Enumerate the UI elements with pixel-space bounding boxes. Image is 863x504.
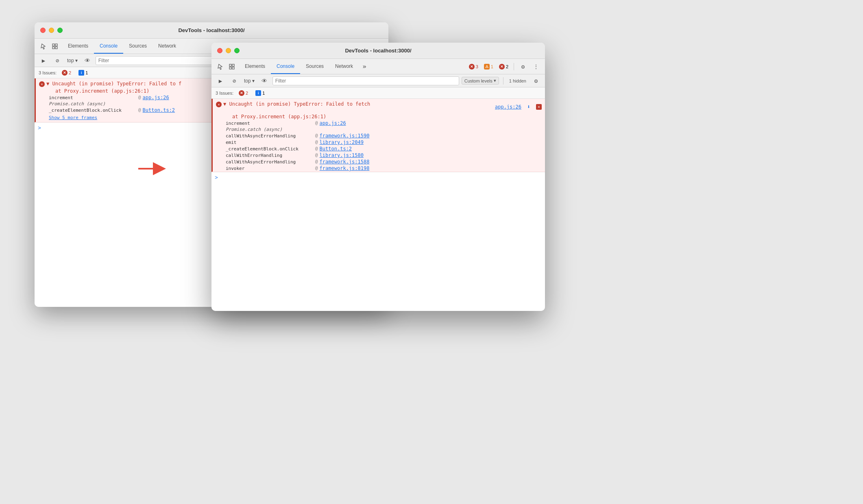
tab-console-front[interactable]: Console <box>271 59 300 74</box>
stack-row-5-front: callWithErrorHandling @ library.js:1580 <box>213 152 545 159</box>
error-badge-back[interactable]: ✕ 2 <box>60 69 73 76</box>
stack-link-2-back[interactable]: Button.ts:2 <box>143 107 175 113</box>
close-button-front[interactable] <box>217 48 222 53</box>
tab-network-back[interactable]: Network <box>153 39 182 54</box>
play-icon-front[interactable]: ▶ <box>215 75 226 87</box>
more-menu-icon-front[interactable]: ⋮ <box>530 61 542 72</box>
console-content-front[interactable]: ✕ ▼ Uncaught (in promise) TypeError: Fai… <box>211 99 545 311</box>
tab-network-front[interactable]: Network <box>329 59 359 74</box>
cursor-icon-front[interactable] <box>215 61 226 72</box>
title-bar-back: DevTools - localhost:3000/ <box>35 22 388 39</box>
tab-sources-front[interactable]: Sources <box>300 59 329 74</box>
error-icon-front: ✕ <box>216 102 222 107</box>
stack-at-7-front: @ <box>315 166 318 171</box>
inspect-icon[interactable] <box>49 41 61 52</box>
eye-icon-back[interactable]: 👁 <box>82 55 93 66</box>
window-title-back: DevTools - localhost:3000/ <box>178 27 244 33</box>
svg-rect-3 <box>55 47 57 49</box>
custom-levels-button[interactable]: Custom levels ▾ <box>462 77 499 85</box>
maximize-button-back[interactable] <box>57 28 63 33</box>
tab-elements-back[interactable]: Elements <box>62 39 94 54</box>
traffic-lights-back <box>40 28 63 33</box>
tab-sources-back[interactable]: Sources <box>123 39 153 54</box>
info-badge-icon-back: i <box>78 70 84 76</box>
console-prompt-front[interactable]: > <box>211 172 545 183</box>
play-icon-back[interactable]: ▶ <box>38 55 49 66</box>
stack-link-6-front[interactable]: framework.js:1588 <box>320 159 370 165</box>
top-selector-back[interactable]: top ▾ <box>65 57 79 64</box>
inspect-icon-front[interactable] <box>226 61 238 72</box>
svg-rect-0 <box>52 44 54 46</box>
info-badge-icon-top: ✕ <box>499 64 505 70</box>
tabs-front: Elements Console Sources Network » <box>239 59 467 74</box>
stack-fn-7-front: invoker <box>226 166 315 171</box>
block-icon-front[interactable]: ⊘ <box>229 75 240 87</box>
stack-at-0-back: @ <box>138 95 141 100</box>
stack-row-6-front: callWithAsyncErrorHandling @ framework.j… <box>213 159 545 165</box>
download-icon[interactable]: ⬇ <box>523 101 534 113</box>
info-badge-back[interactable]: i 1 <box>76 69 90 76</box>
svg-rect-9 <box>232 67 234 69</box>
tab-elements-front[interactable]: Elements <box>239 59 271 74</box>
info-badge-icon-front: i <box>255 90 261 96</box>
minimize-button-back[interactable] <box>49 28 54 33</box>
svg-rect-8 <box>229 67 231 69</box>
stack-link-3-front[interactable]: library.js:2049 <box>320 139 364 145</box>
more-tabs-icon[interactable]: » <box>359 61 370 72</box>
settings-icon-front[interactable]: ⚙ <box>517 61 529 72</box>
stack-at-6-front: @ <box>315 159 318 164</box>
hidden-count: 1 hidden <box>508 78 528 83</box>
stack-at-2-back: @ <box>138 108 141 113</box>
stack-link-2-front[interactable]: framework.js:1590 <box>320 133 370 139</box>
maximize-button-front[interactable] <box>234 48 240 53</box>
error-badge-front[interactable]: ✕ 2 <box>237 89 250 97</box>
dismiss-error-icon[interactable]: ✕ <box>536 104 542 110</box>
stack-at-2-front: @ <box>315 133 318 138</box>
stack-row-0-front: increment @ app.js:26 <box>213 120 545 126</box>
error-block-front: ✕ ▼ Uncaught (in promise) TypeError: Fai… <box>211 99 545 172</box>
warning-badge-icon-top: ⚠ <box>484 64 490 70</box>
svg-rect-6 <box>229 64 231 66</box>
divider-1 <box>514 63 514 70</box>
error-badge-top-front[interactable]: ✕ 3 <box>467 63 480 70</box>
eye-icon-front[interactable]: 👁 <box>259 75 270 87</box>
toolbar-right-front: ✕ 3 ⚠ 1 ✕ 2 ⚙ ⋮ <box>467 61 542 72</box>
stack-at-5-front: @ <box>315 153 318 158</box>
stack-row-7-front: invoker @ framework.js:8198 <box>213 165 545 172</box>
stack-fn-2-back: _createElementBlock.onClick <box>49 108 138 113</box>
filter-input-front[interactable] <box>272 76 459 85</box>
stack-fn-4-front: _createElementBlock.onClick <box>226 146 315 152</box>
info-badge-front[interactable]: i 1 <box>253 89 267 97</box>
error-badge-icon-top: ✕ <box>469 64 475 70</box>
stack-fn-1-front: Promise.catch (async) <box>226 127 315 132</box>
error-badge-icon-front: ✕ <box>239 90 244 96</box>
stack-at-3-front: @ <box>315 140 318 145</box>
close-button-back[interactable] <box>40 28 46 33</box>
top-selector-front[interactable]: top ▾ <box>242 77 256 85</box>
stack-link-7-front[interactable]: framework.js:8198 <box>320 165 370 171</box>
issues-label-front: 3 Issues: <box>216 91 233 96</box>
stack-link-0-back[interactable]: app.js:26 <box>143 95 169 100</box>
block-icon-back[interactable]: ⊘ <box>52 55 63 66</box>
stack-row-1-front: Promise.catch (async) <box>213 126 545 133</box>
stack-link-0-front[interactable]: app.js:26 <box>320 120 346 126</box>
cursor-icon[interactable] <box>38 41 49 52</box>
stack-at-0-front: @ <box>315 121 318 126</box>
error-badge-icon-back: ✕ <box>62 70 68 76</box>
stack-link-4-front[interactable]: Button.ts:2 <box>320 146 352 152</box>
stack-link-5-front[interactable]: library.js:1580 <box>320 152 364 158</box>
error-location-front: at Proxy.increment (app.js:26:1) <box>213 113 545 120</box>
error-location-text-front: at Proxy.increment (app.js:26:1) <box>226 114 542 119</box>
error-link-header[interactable]: app.js:26 <box>495 104 521 110</box>
minimize-button-front[interactable] <box>226 48 231 53</box>
stack-fn-1-back: Promise.catch (async) <box>49 101 138 106</box>
info-badge-top-front[interactable]: ✕ 2 <box>497 63 510 70</box>
traffic-lights-front <box>217 48 240 53</box>
warning-badge-top-front[interactable]: ⚠ 1 <box>482 63 495 70</box>
stack-fn-2-front: callWithAsyncErrorHandling <box>226 133 315 139</box>
settings-icon-console[interactable]: ⚙ <box>530 75 542 87</box>
window-title-front: DevTools - localhost:3000/ <box>345 48 411 54</box>
tab-console-back[interactable]: Console <box>94 39 123 54</box>
error-header-front: ✕ ▼ Uncaught (in promise) TypeError: Fai… <box>213 99 545 113</box>
error-message-front: ▼ Uncaught (in promise) TypeError: Faile… <box>223 101 493 107</box>
